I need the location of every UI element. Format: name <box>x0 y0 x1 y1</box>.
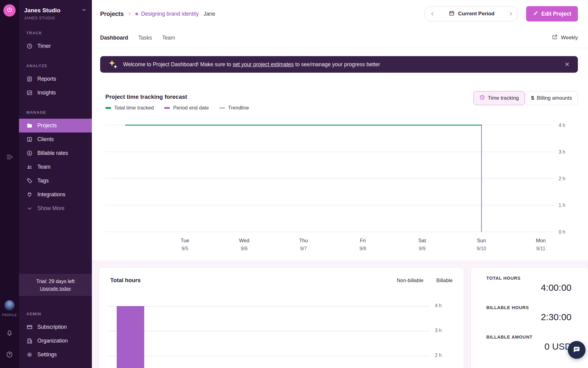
avatar[interactable] <box>4 300 15 310</box>
non-billable-legend: Non-billable <box>397 278 424 283</box>
svg-text:2 h: 2 h <box>559 176 565 181</box>
billable-hours-value: 2:30:00 <box>486 312 571 322</box>
time-tracking-toggle[interactable]: Time tracking <box>473 91 525 105</box>
admin-section: ADMIN Subscription Organization Settings <box>19 312 92 362</box>
edit-project-button[interactable]: Edit Project <box>526 6 578 21</box>
svg-text:0 h: 0 h <box>559 229 565 235</box>
sidebar-item-label: Integrations <box>37 191 65 198</box>
sidebar-item-subscription[interactable]: Subscription <box>19 320 92 334</box>
forecast-section: Project time tracking forecast Total tim… <box>92 94 588 257</box>
sidebar-item-team[interactable]: Team <box>19 160 92 174</box>
svg-text:9/5: 9/5 <box>182 246 188 251</box>
workspace-switcher[interactable]: Janes Studio JANES STUDIO <box>19 0 92 20</box>
svg-text:Thu: Thu <box>299 238 308 243</box>
workspace-org: JANES STUDIO <box>24 16 87 20</box>
trial-days-left: Trial: 29 days left <box>36 278 74 284</box>
tab-dashboard[interactable]: Dashboard <box>100 35 128 41</box>
sidebar-item-label: Tags <box>37 178 49 184</box>
collapse-sidebar-icon <box>6 153 13 162</box>
sidebar-item-projects[interactable]: Projects <box>19 119 92 132</box>
forecast-legend-item: Period end date <box>164 105 209 111</box>
chart-mode-toggle: Time tracking $ Billing amounts <box>473 91 578 105</box>
edit-project-label: Edit Project <box>541 11 571 17</box>
sparkles-icon <box>107 59 119 70</box>
svg-text:Fri: Fri <box>360 238 366 243</box>
sidebar-item-reports[interactable]: Reports <box>19 72 92 86</box>
chevron-right-icon <box>127 11 132 17</box>
sidebar-item-label: Clients <box>37 136 54 143</box>
tab-team[interactable]: Team <box>162 35 175 41</box>
svg-text:9/9: 9/9 <box>419 246 425 251</box>
sidebar: Janes Studio JANES STUDIO TRACK Timer AN… <box>19 0 92 368</box>
sidebar-item-label: Subscription <box>37 324 67 330</box>
question-icon <box>6 355 13 359</box>
sidebar-item-clients[interactable]: Clients <box>19 132 92 146</box>
client-icon <box>26 136 33 143</box>
topbar-right: Current Period Edit Project <box>424 6 578 21</box>
breadcrumb-project-name: Designing brand identity <box>141 11 199 17</box>
close-icon[interactable]: ✕ <box>563 60 572 69</box>
billable-icon: $ <box>26 150 33 156</box>
section-label-track: TRACK <box>26 31 92 35</box>
team-icon <box>26 164 33 170</box>
tab-tasks[interactable]: Tasks <box>138 35 152 41</box>
sidebar-item-label: Organization <box>37 338 68 344</box>
set-estimates-link[interactable]: set your project estimates <box>233 61 294 67</box>
period-selector[interactable]: Current Period <box>424 6 519 21</box>
profile-label: PROFILE <box>0 313 19 317</box>
share-icon <box>552 34 558 42</box>
svg-text:9/7: 9/7 <box>300 246 307 251</box>
folder-icon <box>26 122 33 129</box>
app: PROFILE Janes Studio JANES STUDIO TRACK <box>0 0 588 368</box>
upgrade-link[interactable]: Upgrade today <box>40 286 71 291</box>
svg-text:9/8: 9/8 <box>360 246 366 251</box>
banner-text: Welcome to Project Dashboard! Make sure … <box>123 61 558 68</box>
section-label-admin: ADMIN <box>26 312 92 316</box>
chat-button[interactable] <box>568 341 586 359</box>
svg-text:Mon: Mon <box>536 238 546 243</box>
billing-amounts-toggle[interactable]: $ Billing amounts <box>525 91 578 105</box>
sidebar-item-timer[interactable]: Timer <box>19 39 92 53</box>
insights-icon <box>26 90 33 96</box>
period-label: Current Period <box>458 11 495 17</box>
sidebar-item-organization[interactable]: Organization <box>19 334 92 348</box>
collapse-sidebar-button[interactable] <box>4 152 15 163</box>
chevron-down-icon <box>26 205 33 212</box>
sidebar-item-label: Timer <box>37 43 51 49</box>
tag-icon <box>26 178 33 184</box>
sidebar-item-tags[interactable]: Tags <box>19 174 92 188</box>
hours-legend: Non-billable Billable <box>397 278 453 283</box>
svg-text:4 h: 4 h <box>559 123 565 128</box>
notifications-button[interactable] <box>5 329 14 337</box>
power-icon <box>6 6 13 14</box>
bottom-section: Total hours Non-billable Billable 4 h3 h… <box>92 260 588 368</box>
chat-icon <box>572 345 581 355</box>
help-button[interactable] <box>5 351 14 359</box>
total-hours-card: Total hours Non-billable Billable 4 h3 h… <box>99 268 464 368</box>
billable-amount-value: 0 USD <box>486 341 571 352</box>
sidebar-item-settings[interactable]: Settings <box>19 348 92 362</box>
section-label-manage: MANAGE <box>26 110 92 115</box>
period-prev-button[interactable] <box>428 10 436 18</box>
sidebar-item-billable-rates[interactable]: $ Billable rates <box>19 146 92 160</box>
app-logo[interactable] <box>3 4 16 17</box>
sidebar-item-show-more[interactable]: Show More <box>19 201 92 215</box>
sidebar-item-label: Show More <box>37 205 65 212</box>
card-icon <box>26 324 33 330</box>
sidebar-item-insights[interactable]: Insights <box>19 86 92 100</box>
svg-text:1 h: 1 h <box>559 203 565 208</box>
period-next-button[interactable] <box>507 10 515 18</box>
sidebar-item-label: Team <box>37 164 51 170</box>
breadcrumb-projects[interactable]: Projects <box>100 10 124 17</box>
weekly-selector[interactable]: Weekly <box>552 34 578 42</box>
sidebar-item-integrations[interactable]: Integrations <box>19 188 92 201</box>
billable-legend: Billable <box>436 278 453 283</box>
workspace-name: Janes Studio <box>24 7 60 14</box>
total-hours-title: Total hours <box>110 277 141 284</box>
hours-chart: 4 h3 h2 h <box>99 297 464 368</box>
svg-text:Sat: Sat <box>418 238 426 243</box>
calendar-icon <box>449 10 455 17</box>
welcome-banner: Welcome to Project Dashboard! Make sure … <box>100 56 578 73</box>
forecast-legend: Total time tracked Period end date Trend… <box>105 105 249 111</box>
svg-text:9/10: 9/10 <box>477 246 486 251</box>
